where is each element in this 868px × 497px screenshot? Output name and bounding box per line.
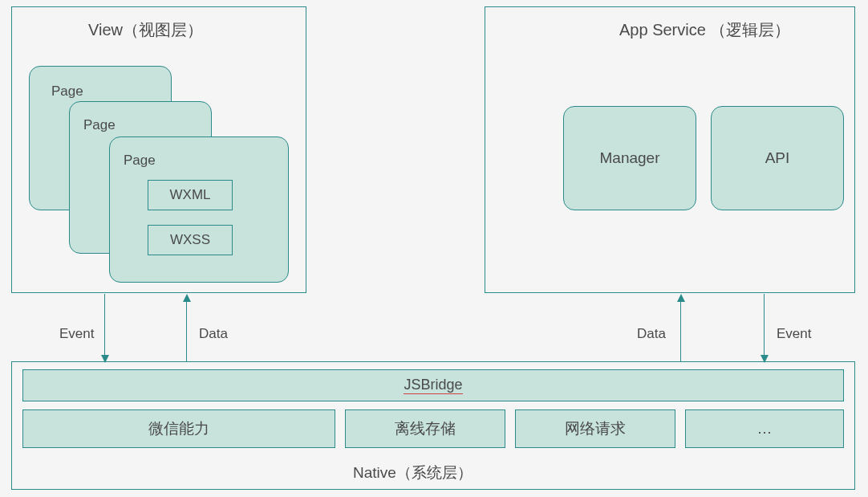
page-label-3: Page <box>124 153 156 169</box>
page-label-2: Page <box>83 117 116 133</box>
native-item-3-label: 网络请求 <box>565 418 626 439</box>
api-box: API <box>711 106 844 210</box>
wxss-label: WXSS <box>170 232 210 248</box>
page-label-1: Page <box>51 84 83 100</box>
arrow-event-right-label: Event <box>777 326 811 342</box>
arrow-data-left-label: Data <box>199 326 228 342</box>
arrow-event-left-line <box>104 294 105 356</box>
native-item-4: … <box>685 409 844 448</box>
arrow-event-left-label: Event <box>59 326 94 342</box>
api-label: API <box>765 149 790 167</box>
native-title: Native（系统层） <box>353 462 473 483</box>
manager-label: Manager <box>600 149 660 167</box>
native-item-3: 网络请求 <box>515 409 675 448</box>
wxml-label: WXML <box>170 187 211 203</box>
arrow-data-right-line <box>680 300 681 361</box>
arrow-data-left-head <box>183 294 191 302</box>
appservice-title: App Service （逻辑层） <box>619 19 790 41</box>
arrow-data-right-head <box>677 294 685 302</box>
wxml-box: WXML <box>148 180 233 210</box>
native-item-2: 离线存储 <box>345 409 505 448</box>
native-item-2-label: 离线存储 <box>395 418 456 439</box>
native-item-1-label: 微信能力 <box>148 418 209 439</box>
jsbridge-label: JSBridge <box>404 377 462 394</box>
native-item-1: 微信能力 <box>22 409 335 448</box>
arrow-event-right-line <box>764 294 765 356</box>
native-item-4-label: … <box>757 420 773 438</box>
view-layer-title: View（视图层） <box>88 19 203 41</box>
manager-box: Manager <box>563 106 696 210</box>
wxss-box: WXSS <box>148 225 233 255</box>
arrow-data-right-label: Data <box>637 326 666 342</box>
jsbridge-box: JSBridge <box>22 369 844 401</box>
arrow-event-left-head <box>101 355 109 363</box>
arrow-data-left-line <box>186 300 187 361</box>
arrow-event-right-head <box>761 355 769 363</box>
